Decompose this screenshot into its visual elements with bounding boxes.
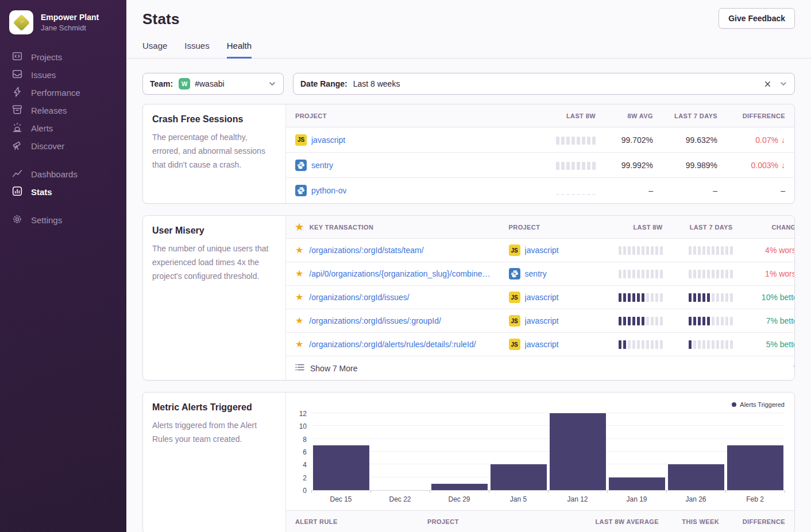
sidebar-item-discover[interactable]: Discover — [0, 137, 126, 155]
column-last-8w: LAST 8W — [536, 112, 605, 119]
legend-label: Alerts Triggered — [740, 401, 785, 408]
column-key-transaction: KEY TRANSACTION — [310, 224, 374, 231]
content-area: Team: W #wasabi Date Range: Last 8 weeks… — [126, 59, 811, 532]
crash-free-sessions-panel: Crash Free Sessions The percentage of he… — [142, 104, 795, 204]
transaction-link[interactable]: /organizations/:orgId/issues/:groupId/ — [309, 316, 441, 325]
key-transaction-star-icon[interactable]: ★ — [295, 293, 303, 302]
project-link[interactable]: javascript — [311, 135, 345, 145]
team-value: #wasabi — [195, 79, 224, 88]
project-link[interactable]: sentry — [525, 269, 547, 278]
nav-divider — [0, 201, 126, 211]
table-row: ★/organizations/:orgId/issues/:groupId/ … — [286, 309, 795, 333]
show-more-button[interactable]: Show 7 More — [286, 356, 795, 380]
clear-date-icon[interactable] — [764, 80, 771, 88]
project-link[interactable]: javascript — [525, 293, 559, 302]
sidebar: Empower Plant Jane Schmidt Projects Issu… — [0, 0, 126, 532]
panel-description: The number of unique users that experien… — [152, 242, 276, 283]
column-last-7-days: LAST 7 DAYS — [662, 112, 727, 119]
sparkline — [619, 340, 663, 349]
table-row: ★/organizations/:orgId/issues/ JSjavascr… — [286, 286, 795, 309]
sidebar-item-label: Issues — [31, 70, 56, 80]
sidebar-item-alerts[interactable]: Alerts — [0, 119, 126, 137]
tab-health[interactable]: Health — [227, 41, 252, 59]
project-link[interactable]: javascript — [525, 340, 559, 349]
legend-dot-icon — [732, 402, 736, 407]
empower-plant-logo-icon — [13, 14, 30, 31]
arrow-down-icon: ↓ — [781, 161, 785, 170]
sparkline — [619, 293, 663, 302]
date-range-label: Date Range: — [300, 79, 347, 88]
sparkline — [689, 293, 733, 302]
transaction-link[interactable]: /organizations/:orgId/issues/ — [309, 293, 409, 302]
sidebar-item-stats[interactable]: Stats — [0, 183, 126, 201]
show-more-label: Show 7 More — [310, 364, 357, 373]
projects-icon — [12, 51, 22, 63]
project-link[interactable]: javascript — [525, 316, 559, 325]
key-transaction-star-icon[interactable]: ★ — [295, 340, 303, 349]
difference-value: – — [727, 186, 794, 195]
change-value: 1% worse — [742, 269, 795, 278]
dashboards-icon — [12, 168, 22, 180]
releases-icon — [12, 104, 22, 117]
sidebar-item-label: Projects — [31, 52, 62, 62]
date-range-select[interactable]: Date Range: Last 8 weeks — [293, 73, 795, 95]
tab-bar: Usage Issues Health — [142, 41, 795, 58]
python-icon — [295, 185, 307, 196]
user-misery-table: ★KEY TRANSACTION PROJECT LAST 8W LAST 7 … — [286, 216, 795, 380]
sidebar-item-label: Releases — [31, 106, 67, 115]
transaction-link[interactable]: /api/0/organizations/{organization_slug}… — [309, 269, 490, 278]
user-name: Jane Schmidt — [41, 23, 99, 33]
project-link[interactable]: python-ov — [311, 186, 346, 195]
column-alert-rule: ALERT RULE — [286, 518, 418, 525]
org-logo — [9, 10, 33, 34]
table-row: ★/organizations/:orgId/stats/team/ JSjav… — [286, 239, 795, 262]
metric-alerts-description-panel: Metric Alerts Triggered Alerts triggered… — [143, 393, 286, 532]
star-icon: ★ — [295, 223, 304, 232]
sidebar-nav: Projects Issues Performance Releases Ale… — [0, 48, 126, 229]
sidebar-item-projects[interactable]: Projects — [0, 48, 126, 66]
sidebar-item-dashboards[interactable]: Dashboards — [0, 165, 126, 183]
column-last-8w-average: LAST 8W AVERAGE — [585, 518, 668, 525]
sparkline — [619, 316, 663, 325]
avg-8w-value: – — [605, 186, 662, 195]
sidebar-item-issues[interactable]: Issues — [0, 66, 126, 84]
give-feedback-button[interactable]: Give Feedback — [719, 8, 795, 29]
user-misery-description-panel: User Misery The number of unique users t… — [143, 216, 286, 380]
column-difference: DIFFERENCE — [728, 518, 794, 525]
team-label: Team: — [150, 79, 173, 88]
sparkline — [689, 340, 733, 349]
change-value: 5% better — [742, 340, 795, 349]
project-link[interactable]: javascript — [525, 246, 559, 255]
sidebar-item-settings[interactable]: Settings — [0, 211, 126, 229]
javascript-icon: JS — [509, 315, 520, 327]
alerts-chart-xaxis: Dec 15Dec 22Dec 29Jan 5Jan 12Jan 19Jan 2… — [311, 495, 785, 510]
change-value: 10% better — [742, 293, 795, 302]
sidebar-item-performance[interactable]: Performance — [0, 84, 126, 102]
key-transaction-star-icon[interactable]: ★ — [295, 246, 303, 255]
javascript-icon: JS — [509, 292, 520, 303]
key-transaction-star-icon[interactable]: ★ — [295, 269, 303, 278]
key-transaction-star-icon[interactable]: ★ — [295, 316, 303, 325]
column-this-week: THIS WEEK — [668, 518, 728, 525]
tab-issues[interactable]: Issues — [184, 41, 209, 59]
sparkline — [619, 269, 663, 278]
transaction-link[interactable]: /organizations/:orgId/stats/team/ — [309, 246, 423, 255]
sidebar-item-label: Dashboards — [31, 169, 78, 179]
chevron-down-icon[interactable] — [779, 80, 787, 88]
org-switcher[interactable]: Empower Plant Jane Schmidt — [0, 0, 126, 34]
transaction-link[interactable]: /organizations/:orgId/alerts/rules/detai… — [309, 340, 476, 349]
table-header: PROJECT LAST 8W 8W AVG LAST 7 DAYS DIFFE… — [286, 104, 794, 127]
sidebar-item-label: Settings — [31, 215, 62, 225]
page-header: Stats Give Feedback Usage Issues Health — [126, 0, 811, 59]
org-name: Empower Plant — [41, 12, 99, 23]
sidebar-item-label: Performance — [31, 88, 80, 98]
page-title: Stats — [142, 10, 795, 28]
sidebar-item-releases[interactable]: Releases — [0, 102, 126, 119]
filter-bar: Team: W #wasabi Date Range: Last 8 weeks — [142, 73, 795, 95]
team-select[interactable]: Team: W #wasabi — [142, 73, 284, 95]
project-link[interactable]: sentry — [311, 161, 333, 170]
javascript-icon: JS — [509, 244, 520, 256]
tab-usage[interactable]: Usage — [142, 41, 167, 59]
column-change: CHANGE — [742, 224, 795, 231]
last-7d-value: – — [662, 186, 727, 195]
